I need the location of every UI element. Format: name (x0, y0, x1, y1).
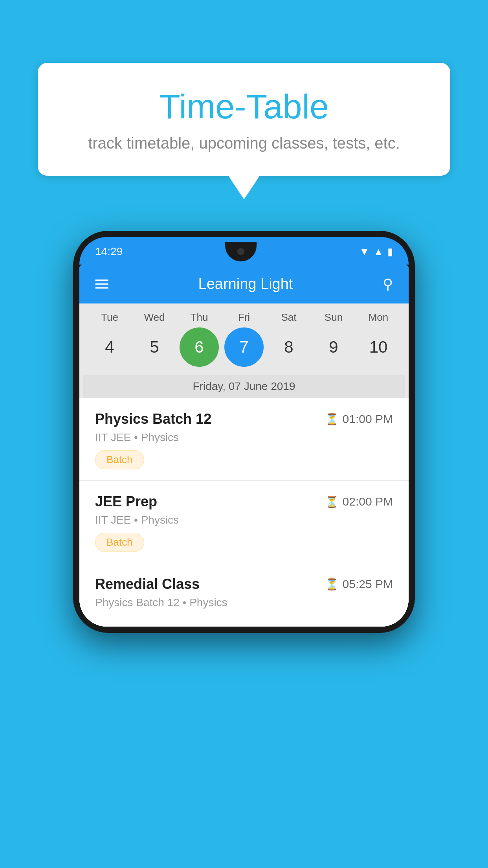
day-label-sat: Sat (269, 311, 308, 324)
calendar-week: Tue Wed Thu Fri Sat Sun Mon 4 5 6 7 8 9 … (79, 303, 409, 398)
schedule-title-2: JEE Prep (95, 493, 157, 510)
phone-status-bar: 14:29 ▼ ▲ ▮ (79, 237, 409, 265)
wifi-icon: ▼ (360, 246, 370, 258)
phone-mockup: 14:29 ▼ ▲ ▮ Learning Light ⚲ (73, 231, 415, 633)
day-label-sun: Sun (314, 311, 353, 324)
selected-date-label: Friday, 07 June 2019 (83, 375, 405, 398)
clock-icon-3: ⏳ (325, 578, 339, 591)
week-days-header: Tue Wed Thu Fri Sat Sun Mon (83, 311, 405, 327)
date-7-selected[interactable]: 7 (224, 327, 264, 367)
signal-icon: ▲ (373, 246, 383, 258)
schedule-time-3: ⏳ 05:25 PM (325, 577, 393, 591)
date-5[interactable]: 5 (135, 327, 174, 367)
speech-bubble-subtitle: track timetable, upcoming classes, tests… (69, 134, 419, 152)
date-6-today[interactable]: 6 (180, 327, 219, 367)
clock-icon-1: ⏳ (325, 413, 339, 426)
battery-icon: ▮ (387, 246, 393, 258)
schedule-item-3[interactable]: Remedial Class ⏳ 05:25 PM Physics Batch … (79, 563, 409, 627)
speech-bubble-title: Time-Table (69, 86, 419, 127)
day-label-fri: Fri (224, 311, 264, 324)
schedule-item-2[interactable]: JEE Prep ⏳ 02:00 PM IIT JEE • Physics Ba… (79, 481, 409, 563)
status-time: 14:29 (95, 245, 123, 258)
day-label-mon: Mon (359, 311, 398, 324)
day-label-tue: Tue (90, 311, 129, 324)
app-title: Learning Light (108, 276, 383, 292)
batch-badge-2: Batch (95, 533, 144, 552)
menu-icon[interactable] (95, 280, 108, 289)
week-dates: 4 5 6 7 8 9 10 (83, 327, 405, 375)
day-label-wed: Wed (135, 311, 174, 324)
time-value-3: 05:25 PM (343, 577, 393, 591)
phone-screen: Learning Light ⚲ Tue Wed Thu Fri Sat Sun… (79, 265, 409, 627)
schedule-subtitle-1: IIT JEE • Physics (95, 431, 393, 444)
day-label-thu: Thu (180, 311, 219, 324)
speech-bubble-section: Time-Table track timetable, upcoming cla… (38, 63, 450, 199)
speech-bubble-card: Time-Table track timetable, upcoming cla… (38, 63, 450, 176)
date-4[interactable]: 4 (90, 327, 129, 367)
speech-bubble-tail (228, 176, 260, 199)
clock-icon-2: ⏳ (325, 495, 339, 508)
schedule-list: Physics Batch 12 ⏳ 01:00 PM IIT JEE • Ph… (79, 398, 409, 627)
batch-badge-1: Batch (95, 450, 144, 469)
app-header: Learning Light ⚲ (79, 265, 409, 303)
date-10[interactable]: 10 (359, 327, 398, 367)
camera-dot (237, 248, 244, 255)
schedule-subtitle-2: IIT JEE • Physics (95, 514, 393, 526)
schedule-subtitle-3: Physics Batch 12 • Physics (95, 596, 393, 609)
date-8[interactable]: 8 (269, 327, 308, 367)
schedule-item-1[interactable]: Physics Batch 12 ⏳ 01:00 PM IIT JEE • Ph… (79, 398, 409, 481)
phone-notch (225, 242, 257, 261)
time-value-2: 02:00 PM (343, 495, 393, 508)
schedule-title-3: Remedial Class (95, 576, 200, 592)
phone-frame: 14:29 ▼ ▲ ▮ Learning Light ⚲ (73, 231, 415, 633)
search-icon[interactable]: ⚲ (383, 276, 393, 292)
schedule-title-1: Physics Batch 12 (95, 411, 211, 427)
schedule-time-1: ⏳ 01:00 PM (325, 412, 393, 426)
time-value-1: 01:00 PM (343, 412, 393, 426)
date-9[interactable]: 9 (314, 327, 353, 367)
status-icons: ▼ ▲ ▮ (360, 246, 393, 258)
schedule-time-2: ⏳ 02:00 PM (325, 495, 393, 508)
